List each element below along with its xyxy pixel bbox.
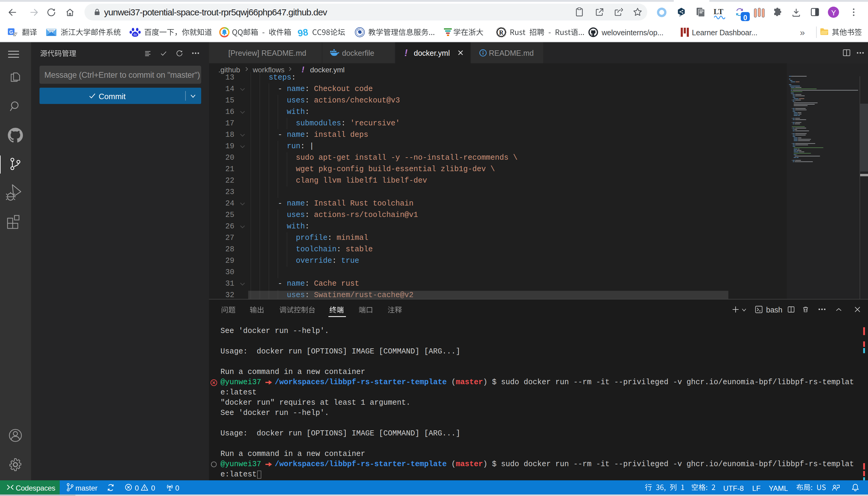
svg-text:98: 98 — [298, 27, 308, 37]
svg-text:du: du — [133, 33, 137, 36]
svg-text:R: R — [499, 29, 504, 36]
svg-text:G: G — [9, 30, 13, 35]
